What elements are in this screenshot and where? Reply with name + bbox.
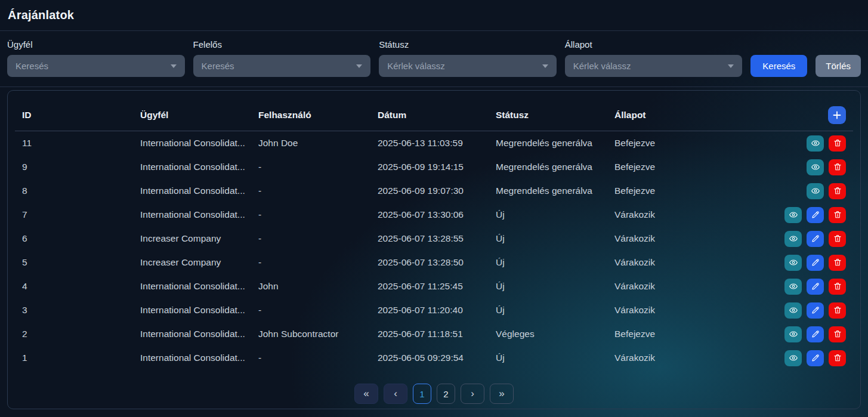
eye-icon (789, 258, 798, 267)
delete-button[interactable] (829, 255, 846, 271)
cell-status: Új (496, 305, 614, 316)
column-header-date: Dátum (378, 110, 496, 121)
cell-status: Megrendelés generálva (496, 138, 614, 149)
view-button[interactable] (807, 135, 824, 152)
view-button[interactable] (784, 207, 802, 223)
view-button[interactable] (784, 255, 802, 271)
table-panel: ID Ügyfél Felhasználó Dátum Státusz Álla… (7, 90, 861, 409)
delete-button[interactable] (829, 183, 846, 199)
cell-state: Várakozik (614, 233, 655, 244)
view-button[interactable] (784, 350, 802, 366)
cell-date: 2025-06-07 13:28:50 (378, 257, 496, 268)
table-row: 4 International Consolidat... John 2025-… (15, 274, 853, 298)
row-actions (784, 279, 846, 295)
edit-button[interactable] (807, 279, 824, 295)
view-button[interactable] (784, 231, 802, 247)
cell-customer: Increaser Company (140, 257, 258, 268)
cell-user: John Doe (258, 138, 378, 149)
eye-icon (811, 138, 820, 148)
cell-customer: International Consolidat... (140, 162, 258, 172)
responsible-filter-placeholder: Keresés (202, 61, 234, 71)
prev-page-button[interactable]: ‹ (384, 384, 407, 404)
pencil-icon (811, 353, 820, 363)
cell-status: Új (496, 209, 614, 220)
eye-icon (789, 305, 798, 315)
cell-id: 2 (22, 329, 140, 339)
search-button[interactable]: Keresés (750, 55, 807, 77)
cell-user: - (258, 209, 378, 220)
state-filter-select[interactable]: Kérlek válassz (565, 55, 743, 77)
add-button[interactable] (828, 106, 846, 124)
row-actions (784, 255, 846, 271)
state-filter-placeholder: Kérlek válassz (573, 61, 631, 71)
view-button[interactable] (784, 302, 802, 319)
cell-state: Várakozik (614, 281, 655, 292)
column-header-status: Státusz (496, 110, 614, 121)
last-page-button[interactable]: » (490, 384, 514, 404)
cell-id: 8 (22, 186, 140, 196)
delete-button[interactable] (829, 302, 846, 319)
page-number-button[interactable]: 2 (437, 384, 455, 404)
customer-filter-select[interactable]: Keresés (7, 55, 185, 77)
cell-id: 3 (22, 305, 140, 316)
cell-user: - (258, 305, 378, 316)
cell-customer: International Consolidat... (140, 138, 258, 149)
table-row: 1 International Consolidat... - 2025-06-… (15, 346, 853, 370)
filter-bar: Ügyfél Keresés Felelős Keresés Státusz K… (0, 31, 868, 87)
cell-state: Várakozik (614, 353, 655, 363)
delete-button[interactable] (829, 279, 846, 295)
responsible-filter-select[interactable]: Keresés (193, 55, 371, 77)
top-bar: Árajánlatok (0, 0, 868, 31)
filter-group-state: Állapot Kérlek válassz (565, 39, 743, 77)
edit-button[interactable] (807, 326, 824, 342)
row-actions (784, 326, 846, 342)
filter-label-state: Állapot (565, 39, 743, 50)
view-button[interactable] (807, 183, 824, 199)
cell-date: 2025-06-09 19:07:30 (378, 186, 496, 196)
cell-state: Befejezve (614, 329, 655, 339)
cell-date: 2025-06-13 11:03:59 (378, 138, 496, 149)
cell-user: - (258, 162, 378, 172)
cell-status: Új (496, 233, 614, 244)
table-row: 5 Increaser Company - 2025-06-07 13:28:5… (15, 251, 853, 274)
filter-group-responsible: Felelős Keresés (193, 39, 371, 77)
delete-button[interactable] (829, 231, 846, 247)
trash-icon (833, 138, 842, 148)
delete-button[interactable] (829, 350, 846, 366)
view-button[interactable] (784, 326, 802, 342)
edit-button[interactable] (807, 350, 824, 366)
customer-filter-placeholder: Keresés (16, 61, 48, 71)
edit-button[interactable] (807, 302, 824, 319)
cell-state: Befejezve (614, 186, 655, 196)
clear-button[interactable]: Törlés (816, 55, 861, 77)
view-button[interactable] (784, 279, 802, 295)
caret-down-icon (171, 64, 177, 68)
cell-user: - (258, 257, 378, 268)
filter-label-status: Státusz (379, 39, 557, 50)
cell-date: 2025-06-07 11:20:40 (378, 305, 496, 316)
delete-button[interactable] (829, 326, 846, 342)
view-button[interactable] (807, 159, 824, 175)
table-body: 11 International Consolidat... John Doe … (8, 131, 860, 370)
trash-icon (833, 258, 842, 267)
delete-button[interactable] (829, 159, 846, 175)
first-page-button[interactable]: « (354, 384, 378, 404)
edit-button[interactable] (807, 255, 824, 271)
status-filter-select[interactable]: Kérlek válassz (379, 55, 557, 77)
eye-icon (811, 186, 820, 196)
page-number-button[interactable]: 1 (413, 384, 431, 404)
trash-icon (833, 186, 842, 196)
row-actions (784, 350, 846, 366)
cell-customer: International Consolidat... (140, 353, 258, 363)
eye-icon (789, 234, 798, 243)
pagination: « ‹ 1 2 › » (8, 384, 860, 404)
trash-icon (833, 234, 842, 243)
delete-button[interactable] (829, 135, 846, 152)
edit-button[interactable] (807, 231, 824, 247)
next-page-button[interactable]: › (461, 384, 484, 404)
delete-button[interactable] (829, 207, 846, 223)
trash-icon (833, 282, 842, 291)
edit-button[interactable] (807, 207, 824, 223)
cell-customer: International Consolidat... (140, 186, 258, 196)
cell-status: Új (496, 281, 614, 292)
